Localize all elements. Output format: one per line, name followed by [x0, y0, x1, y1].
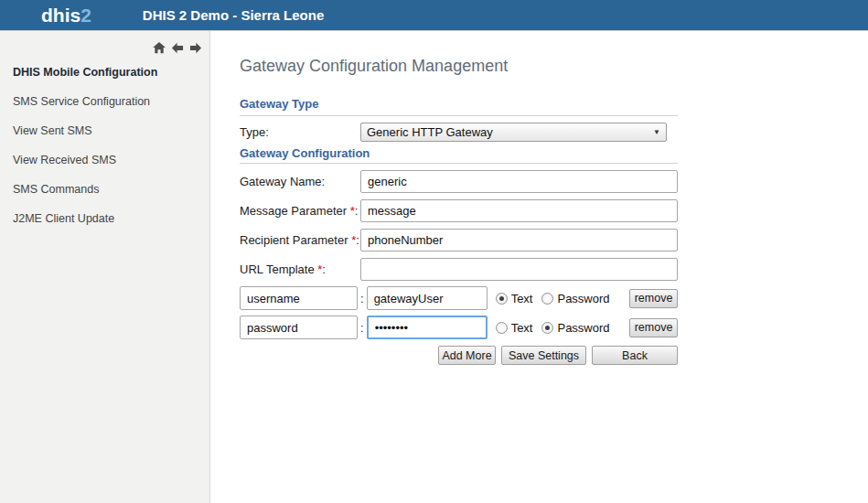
param-value-input-focused[interactable] — [367, 316, 488, 339]
home-icon[interactable] — [153, 42, 166, 54]
param-separator: : — [360, 321, 364, 335]
add-more-button[interactable]: Add More — [438, 346, 496, 365]
dhis2-logo[interactable]: dhis2 — [41, 0, 91, 31]
sidebar-item-dhis-mobile-configuration[interactable]: DHIS Mobile Configuration — [0, 58, 209, 87]
sidebar-item-j2me-client-update[interactable]: J2ME Client Update — [0, 204, 209, 233]
remove-button[interactable]: remove — [629, 318, 678, 337]
message-parameter-input[interactable] — [360, 199, 678, 222]
form-actions: Add More Save Settings Back — [240, 346, 678, 365]
sidebar-item-sms-commands[interactable]: SMS Commands — [0, 175, 209, 204]
url-template-row: URL Template *: — [240, 258, 678, 281]
recipient-parameter-input[interactable] — [360, 229, 678, 252]
app-header: dhis2 DHIS 2 Demo - Sierra Leone — [0, 0, 868, 31]
param-separator: : — [360, 292, 364, 305]
gateway-configuration-heading: Gateway Configuration — [240, 147, 678, 164]
back-button[interactable]: Back — [592, 346, 678, 365]
param-value-input[interactable] — [367, 286, 488, 310]
url-template-label: URL Template *: — [240, 262, 360, 276]
logo-accent: 2 — [80, 5, 91, 26]
type-label: Type: — [240, 125, 360, 139]
gateway-name-row: Gateway Name: — [240, 170, 678, 193]
password-radio[interactable] — [541, 293, 553, 305]
parameter-row-username: : Text Password remove — [240, 286, 678, 310]
text-radio[interactable] — [496, 293, 508, 305]
page-title: Gateway Configuration Management — [240, 57, 868, 76]
back-arrow-icon[interactable] — [171, 42, 184, 54]
sidebar-item-sms-service-configuration[interactable]: SMS Service Configuration — [0, 87, 209, 116]
sidebar-item-view-sent-sms[interactable]: View Sent SMS — [0, 116, 209, 145]
type-row: Type: Generic HTTP Gateway ▼ — [240, 123, 678, 142]
main-content: Gateway Configuration Management Gateway… — [210, 31, 868, 503]
text-radio-label: Text — [511, 321, 533, 335]
sidebar-item-view-received-sms[interactable]: View Received SMS — [0, 145, 209, 175]
dropdown-arrow-icon: ▼ — [653, 128, 660, 136]
param-key-input[interactable] — [240, 286, 358, 310]
gateway-type-heading: Gateway Type — [240, 98, 678, 116]
logo-text: dhis — [41, 5, 80, 26]
text-radio-label: Text — [511, 292, 533, 305]
remove-button[interactable]: remove — [629, 289, 678, 308]
forward-arrow-icon[interactable] — [189, 42, 202, 54]
app-title: DHIS 2 Demo - Sierra Leone — [143, 7, 324, 23]
gateway-type-select[interactable]: Generic HTTP Gateway ▼ — [360, 123, 667, 142]
recipient-parameter-row: Recipient Parameter *: — [240, 229, 678, 252]
param-key-input[interactable] — [240, 316, 358, 339]
message-parameter-label: Message Parameter *: — [240, 204, 360, 218]
gateway-name-label: Gateway Name: — [240, 175, 360, 188]
password-radio-label: Password — [557, 321, 609, 335]
password-radio-label: Password — [557, 292, 609, 305]
page-body: DHIS Mobile Configuration SMS Service Co… — [0, 31, 868, 503]
message-parameter-row: Message Parameter *: — [240, 199, 678, 222]
param-type-radio-group: Text Password — [496, 321, 610, 335]
gateway-form: Gateway Type Type: Generic HTTP Gateway … — [240, 98, 678, 365]
gateway-name-input[interactable] — [360, 170, 678, 193]
parameter-row-password: : Text Password remove — [240, 316, 678, 339]
selected-option-label: Generic HTTP Gateway — [367, 125, 493, 139]
text-radio[interactable] — [496, 322, 508, 334]
sidebar-nav-icons — [0, 31, 209, 54]
param-type-radio-group: Text Password — [496, 292, 610, 305]
sidebar-menu: DHIS Mobile Configuration SMS Service Co… — [0, 58, 209, 233]
save-settings-button[interactable]: Save Settings — [501, 346, 586, 365]
url-template-input[interactable] — [360, 258, 678, 281]
sidebar: DHIS Mobile Configuration SMS Service Co… — [0, 31, 210, 503]
password-radio[interactable] — [541, 322, 553, 334]
recipient-parameter-label: Recipient Parameter *: — [240, 233, 360, 247]
